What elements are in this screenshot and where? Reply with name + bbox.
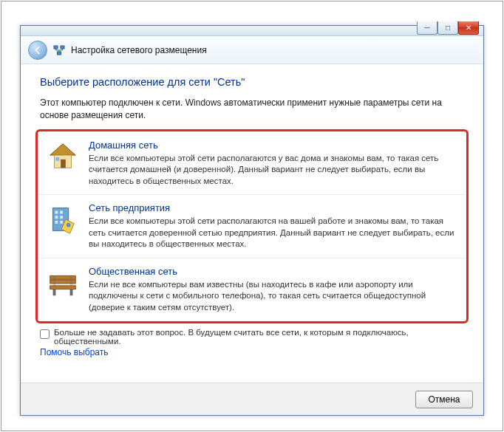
house-icon: [46, 140, 80, 174]
svg-rect-19: [70, 289, 73, 295]
option-public-network[interactable]: Общественная сеть Если не все компьютеры…: [38, 258, 466, 321]
svg-rect-21: [70, 275, 73, 285]
option-public-text: Общественная сеть Если не все компьютеры…: [89, 266, 458, 314]
page-heading: Выберите расположение для сети "Сеть": [40, 76, 464, 88]
svg-rect-10: [55, 216, 58, 219]
dont-ask-checkbox-row[interactable]: Больше не задавать этот вопрос. В будуще…: [40, 328, 464, 346]
office-building-icon: [46, 202, 80, 236]
svg-rect-2: [58, 52, 61, 55]
svg-rect-11: [60, 216, 63, 219]
minimize-button[interactable]: ─: [417, 21, 437, 35]
svg-rect-1: [61, 46, 64, 49]
option-desc: Если не все компьютеры вам известны (вы …: [89, 279, 458, 314]
help-link[interactable]: Помочь выбрать: [40, 347, 109, 357]
option-home-network[interactable]: Домашняя сеть Если все компьютеры этой с…: [38, 132, 466, 195]
svg-point-14: [67, 223, 71, 227]
dialog-footer: Отмена: [21, 383, 483, 415]
close-button[interactable]: ✕: [458, 21, 479, 35]
svg-rect-5: [61, 159, 66, 168]
window: ─ □ ✕ Настройка сетевого размещения Выбе…: [20, 25, 484, 416]
option-title: Общественная сеть: [89, 266, 458, 277]
option-title: Домашняя сеть: [89, 140, 458, 151]
svg-rect-9: [60, 211, 63, 214]
intro-text: Этот компьютер подключен к сети. Windows…: [40, 97, 464, 122]
option-work-text: Сеть предприятия Если все компьютеры это…: [89, 202, 458, 250]
nav-header: Настройка сетевого размещения: [21, 36, 483, 64]
option-home-text: Домашняя сеть Если все компьютеры этой с…: [89, 140, 458, 188]
option-desc: Если все компьютеры этой сети располагаю…: [89, 216, 458, 250]
svg-rect-13: [60, 221, 63, 224]
dont-ask-checkbox[interactable]: [40, 329, 50, 339]
window-controls: ─ □ ✕: [417, 21, 479, 35]
park-bench-icon: [46, 266, 80, 300]
titlebar: ─ □ ✕: [21, 26, 483, 36]
svg-rect-8: [55, 211, 58, 214]
arrow-left-icon: [33, 45, 43, 55]
svg-rect-17: [50, 286, 76, 289]
option-title: Сеть предприятия: [89, 202, 458, 213]
back-button[interactable]: [28, 41, 47, 60]
svg-rect-20: [53, 275, 56, 285]
network-icon: [53, 44, 65, 56]
svg-rect-12: [55, 221, 58, 224]
nav-title: Настройка сетевого размещения: [71, 45, 207, 55]
option-work-network[interactable]: Сеть предприятия Если все компьютеры это…: [38, 194, 466, 258]
option-desc: Если все компьютеры этой сети располагаю…: [89, 153, 458, 188]
svg-marker-3: [50, 143, 76, 154]
svg-rect-18: [53, 289, 56, 295]
options-list: Домашняя сеть Если все компьютеры этой с…: [35, 129, 469, 324]
maximize-button[interactable]: □: [437, 21, 458, 35]
content-area: Выберите расположение для сети "Сеть" Эт…: [21, 64, 483, 357]
cancel-button[interactable]: Отмена: [415, 391, 473, 408]
screenshot-frame: ─ □ ✕ Настройка сетевого размещения Выбе…: [1, 1, 503, 431]
svg-rect-0: [54, 46, 58, 49]
svg-rect-6: [55, 157, 59, 161]
dont-ask-label: Больше не задавать этот вопрос. В будуще…: [54, 328, 464, 346]
